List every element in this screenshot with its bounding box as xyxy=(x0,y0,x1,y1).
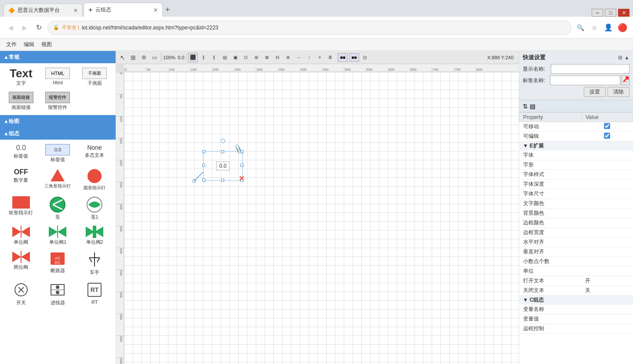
prop-section-extend-label[interactable]: ▼ E扩展 xyxy=(520,141,633,151)
display-name-input[interactable] xyxy=(551,64,629,74)
tool-icon13[interactable]: ≡ xyxy=(315,53,324,62)
tool-icon1[interactable]: ⬛ xyxy=(188,53,198,62)
menu-item-edit[interactable]: 编辑 xyxy=(21,40,37,49)
tab1-close[interactable]: ✕ xyxy=(73,7,78,14)
menu-item-file[interactable]: 文件 xyxy=(4,40,19,49)
handle-ml[interactable] xyxy=(202,164,205,167)
quick-settings-expand[interactable]: ⊞ xyxy=(618,54,622,61)
prop-val-v-align[interactable] xyxy=(582,247,633,257)
tag-label-component[interactable]: 0.0 标签值 xyxy=(40,142,76,165)
maximize-button[interactable]: □ xyxy=(605,9,616,17)
prop-val-bg-color[interactable] xyxy=(582,209,633,218)
tool-settings[interactable]: ⚙ xyxy=(139,53,149,62)
address-input[interactable] xyxy=(82,25,566,31)
prop-val-open-text[interactable]: 开 xyxy=(582,276,633,286)
tool-icon2[interactable]: ⟫ xyxy=(199,53,208,62)
section-common-header[interactable]: ▲ 常规 xyxy=(0,51,116,63)
canvas-selected-component[interactable]: 0.0 📎 ✕ xyxy=(203,146,243,181)
text-component[interactable]: Text 文字 xyxy=(4,66,39,88)
checkbox-movable[interactable] xyxy=(604,123,610,129)
refresh-button[interactable]: ↻ xyxy=(33,22,44,33)
pump1-component[interactable]: 泵1 xyxy=(77,195,112,222)
prop-val-remote-ctrl[interactable] xyxy=(582,324,633,334)
prop-val-var-name[interactable] xyxy=(582,305,633,314)
prop-val-unit[interactable] xyxy=(582,267,633,276)
tool-icon5[interactable]: ▣ xyxy=(230,53,240,62)
prop-val-font-style[interactable] xyxy=(582,160,633,170)
tool-box[interactable]: ▭ xyxy=(149,53,159,62)
tool-select[interactable]: ↖ xyxy=(118,53,127,62)
single-valve1-component[interactable]: 单位阀1 xyxy=(40,224,76,247)
prop-val-close-text[interactable]: 关 xyxy=(582,286,633,296)
back-button[interactable]: ◀ xyxy=(5,22,16,33)
canvas-grid[interactable]: 0.0 📎 ✕ xyxy=(124,72,519,364)
tool-connect[interactable]: ⊞ xyxy=(128,53,138,62)
digital-component[interactable]: OFF 数字量 xyxy=(4,166,39,193)
circle-light-component[interactable]: 圆形指示灯 xyxy=(77,166,112,193)
tool-icon10[interactable]: ⊕ xyxy=(283,53,293,62)
forward-button[interactable]: ▶ xyxy=(19,22,30,33)
sub-screen-component[interactable]: 子画面 子画面 xyxy=(77,66,112,88)
prop-val-font[interactable] xyxy=(582,151,633,160)
crane-component[interactable]: 车手 xyxy=(77,249,112,278)
other2-component[interactable]: 进线器 xyxy=(40,279,76,308)
prop-val-border-width[interactable] xyxy=(582,228,633,238)
html-component[interactable]: HTML Html xyxy=(40,66,76,88)
minimize-button[interactable]: ─ xyxy=(592,9,603,17)
handle-bm[interactable] xyxy=(221,179,224,182)
clear-button[interactable]: 清除 xyxy=(608,87,629,97)
tool-icon7[interactable]: ⊞ xyxy=(251,53,261,62)
tool-icon15[interactable]: ⊙ xyxy=(360,53,370,62)
tool-icon8[interactable]: ⊠ xyxy=(262,53,272,62)
prop-section-cstate-label[interactable]: ▼ C组态 xyxy=(520,296,633,305)
two-valve-component[interactable]: 两位阀 xyxy=(4,249,39,278)
tool-icon6[interactable]: ⊡ xyxy=(241,53,251,62)
tag-name-input[interactable] xyxy=(550,76,620,85)
tool-icon9[interactable]: ⊟ xyxy=(273,53,282,62)
set-button[interactable]: 设置 xyxy=(584,87,606,97)
rect-light-component[interactable]: 矩形指示灯 xyxy=(4,195,39,222)
tool-icon4[interactable]: ▤ xyxy=(220,53,229,62)
quick-settings-collapse[interactable]: ▲ xyxy=(624,54,629,61)
breaker-component[interactable]: AC DC 断路器 xyxy=(40,249,76,278)
sort-az-icon[interactable]: ⇅ xyxy=(523,103,528,110)
search-icon[interactable]: 🔍 xyxy=(575,22,586,33)
sort-icon2[interactable]: ▤ xyxy=(530,103,535,110)
other1-component[interactable]: 开关 xyxy=(4,279,39,308)
handle-tl[interactable] xyxy=(202,150,205,153)
prop-val-h-align[interactable] xyxy=(582,238,633,247)
single-valve-component[interactable]: 单位阀 xyxy=(4,224,39,247)
extension-icon[interactable]: 🔴 xyxy=(617,22,628,33)
single-valve2-component[interactable]: 单位阀2 xyxy=(77,224,112,247)
alarm-component[interactable]: 报警控件 报警控件 xyxy=(40,90,76,112)
profile-icon[interactable]: 👤 xyxy=(603,22,614,33)
section-drawing-header[interactable]: ▲ 绘图 xyxy=(0,115,116,127)
handle-tm[interactable] xyxy=(221,150,224,153)
multi-text-component[interactable]: None 多态文本 xyxy=(77,142,112,165)
new-tab-button[interactable]: + xyxy=(165,5,170,14)
delete-handle[interactable]: ✕ xyxy=(239,174,244,183)
prop-val-decimal[interactable] xyxy=(582,257,633,267)
tool-icon11[interactable]: ↔ xyxy=(294,53,303,62)
rotate-handle[interactable] xyxy=(221,139,225,143)
screen-link-component[interactable]: 画面链接 画面链接 xyxy=(4,90,39,112)
tab-cloud-state[interactable]: ✈ 云组态 ✕ xyxy=(84,3,163,17)
tag-value-component[interactable]: 0.0 标签值 xyxy=(4,142,39,165)
other3-component[interactable]: RT RT xyxy=(77,279,112,308)
triangle-light-component[interactable]: 三角形指示灯 xyxy=(40,166,76,193)
prop-val-var-val[interactable] xyxy=(582,314,633,324)
pump-component[interactable]: 泵 xyxy=(40,195,76,222)
prop-val-text-color[interactable] xyxy=(582,199,633,209)
prop-val-font-type[interactable] xyxy=(582,170,633,180)
tool-icon14[interactable]: ≣ xyxy=(325,53,335,62)
checkbox-editable[interactable] xyxy=(604,133,610,139)
section-state-header[interactable]: ▲ 组态 xyxy=(0,127,116,140)
tool-icon12[interactable]: ↕ xyxy=(304,53,314,62)
prop-val-font-size[interactable] xyxy=(582,189,633,199)
tab-thinking-cloud[interactable]: 🔶 思普云大数据平台 ✕ xyxy=(4,4,83,17)
bookmark-icon[interactable]: ☆ xyxy=(589,22,600,33)
tool-icon3[interactable]: ⟪ xyxy=(209,53,219,62)
tab2-close[interactable]: ✕ xyxy=(153,7,158,13)
menu-item-view[interactable]: 视图 xyxy=(39,40,55,49)
prop-val-border-color[interactable] xyxy=(582,218,633,228)
